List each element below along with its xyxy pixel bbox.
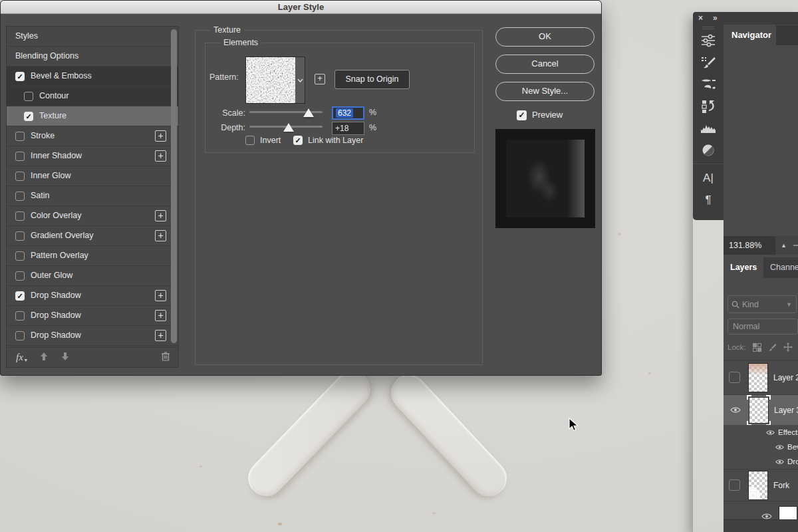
style-checkbox[interactable] bbox=[15, 152, 25, 161]
style-item-bevel-emboss[interactable]: ✓Bevel & Emboss bbox=[7, 66, 178, 86]
layer-thumbnail[interactable]: ▣ bbox=[748, 471, 768, 500]
style-checkbox[interactable]: ✓ bbox=[15, 72, 25, 81]
style-item-inner-glow[interactable]: Inner Glow bbox=[7, 166, 178, 186]
layer-thumbnail-selected[interactable] bbox=[749, 397, 769, 424]
effect-name[interactable]: Bevel & Emboss bbox=[787, 443, 798, 451]
add-effect-instance-button[interactable]: + bbox=[155, 130, 166, 142]
ok-button[interactable]: OK bbox=[495, 27, 595, 47]
style-item-stroke[interactable]: Stroke+ bbox=[7, 126, 178, 146]
effect-eye-icon[interactable] bbox=[775, 441, 784, 453]
pattern-dropdown-chevron[interactable] bbox=[295, 57, 305, 103]
layer-row-layer-3[interactable]: Layer 3 bbox=[724, 394, 798, 425]
lock-position-icon[interactable] bbox=[783, 342, 793, 352]
styles-scrollbar[interactable] bbox=[171, 29, 177, 343]
scrollbar-thumb[interactable] bbox=[171, 29, 177, 343]
layer-thumbnail[interactable] bbox=[748, 363, 768, 392]
visibility-eye-icon[interactable] bbox=[730, 404, 741, 416]
scale-value-input[interactable]: 632 bbox=[332, 106, 364, 120]
new-pattern-button[interactable]: + bbox=[315, 74, 325, 84]
style-checkbox[interactable] bbox=[15, 192, 25, 201]
preview-checkbox[interactable]: ✓ bbox=[517, 110, 527, 120]
depth-slider-thumb[interactable] bbox=[283, 123, 294, 132]
depth-value-input[interactable]: +18 bbox=[332, 122, 364, 135]
style-item-styles[interactable]: Styles bbox=[7, 27, 178, 47]
layer-row-fork[interactable]: ▣ Fork bbox=[724, 469, 798, 501]
add-effect-instance-button[interactable]: + bbox=[155, 230, 166, 241]
zoom-value-input[interactable]: 131.88% bbox=[724, 236, 775, 255]
scale-slider-thumb[interactable] bbox=[303, 108, 314, 117]
pattern-picker[interactable] bbox=[245, 57, 305, 104]
style-checkbox[interactable] bbox=[15, 132, 25, 141]
character-panel-icon[interactable]: A| bbox=[693, 167, 724, 189]
style-checkbox[interactable] bbox=[15, 172, 25, 181]
style-checkbox[interactable]: ✓ bbox=[15, 291, 25, 301]
style-item-outer-glow[interactable]: Outer Glow bbox=[7, 266, 178, 286]
visibility-checkbox[interactable] bbox=[729, 372, 740, 383]
effect-eye-icon[interactable] bbox=[766, 426, 775, 438]
histogram-icon[interactable] bbox=[693, 117, 724, 139]
tab-channels[interactable]: Channels bbox=[763, 257, 798, 278]
blend-mode-dropdown[interactable]: Normal bbox=[728, 319, 798, 334]
collapse-panels-icon[interactable]: » bbox=[713, 13, 717, 23]
style-checkbox[interactable] bbox=[15, 271, 25, 281]
style-checkbox[interactable] bbox=[24, 92, 33, 101]
effect-name[interactable]: Drop Shadow bbox=[787, 458, 798, 466]
link-with-layer-checkbox[interactable]: ✓ bbox=[293, 136, 303, 145]
style-item-texture[interactable]: ✓Texture bbox=[7, 106, 178, 126]
style-checkbox[interactable] bbox=[15, 311, 25, 321]
style-item-satin[interactable]: Satin bbox=[7, 186, 178, 206]
add-effect-instance-button[interactable]: + bbox=[155, 290, 166, 301]
visibility-checkbox[interactable] bbox=[729, 479, 740, 491]
add-effect-instance-button[interactable]: + bbox=[155, 210, 166, 221]
style-item-drop-shadow[interactable]: Drop Shadow+ bbox=[7, 306, 178, 326]
effects-row[interactable]: Effects bbox=[724, 425, 798, 440]
style-item-drop-shadow[interactable]: ✓Drop Shadow+ bbox=[7, 286, 178, 306]
add-effect-instance-button[interactable]: + bbox=[155, 150, 166, 162]
layer-row-layer-2[interactable]: Layer 2 bbox=[724, 360, 798, 394]
style-checkbox[interactable] bbox=[15, 231, 25, 241]
new-style-button[interactable]: New Style... bbox=[495, 82, 595, 101]
close-icon[interactable]: × bbox=[698, 13, 703, 23]
snap-to-origin-button[interactable]: Snap to Origin bbox=[334, 70, 410, 89]
scale-slider[interactable] bbox=[249, 111, 323, 113]
zoom-slider[interactable] bbox=[793, 245, 798, 246]
tab-navigator[interactable]: Navigator bbox=[732, 30, 771, 40]
add-effect-instance-button[interactable]: + bbox=[155, 330, 166, 341]
style-item-blending-options[interactable]: Blending Options bbox=[7, 47, 178, 66]
delete-effect-button[interactable] bbox=[161, 351, 170, 364]
info-icon[interactable] bbox=[693, 139, 724, 161]
effect-eye-icon[interactable] bbox=[775, 456, 784, 467]
brush-settings-icon[interactable] bbox=[693, 51, 724, 73]
style-item-contour[interactable]: Contour bbox=[7, 86, 178, 106]
style-item-drop-shadow[interactable]: Drop Shadow+ bbox=[7, 326, 178, 346]
filter-kind-dropdown[interactable]: Kind ▼ bbox=[728, 295, 797, 313]
style-item-gradient-overlay[interactable]: Gradient Overlay+ bbox=[7, 226, 178, 246]
style-item-pattern-overlay[interactable]: Pattern Overlay bbox=[7, 246, 178, 266]
invert-checkbox[interactable] bbox=[245, 136, 255, 145]
effect-drop-shadow-row[interactable]: Drop Shadow bbox=[724, 454, 798, 469]
layer-name[interactable]: Layer 2 bbox=[773, 373, 798, 382]
style-checkbox[interactable] bbox=[15, 331, 25, 340]
zoom-out-icon[interactable]: ▲ bbox=[781, 242, 787, 249]
style-checkbox[interactable]: ✓ bbox=[24, 112, 33, 121]
move-effect-up-button[interactable] bbox=[39, 352, 49, 364]
depth-slider[interactable] bbox=[249, 126, 323, 128]
style-checkbox[interactable] bbox=[15, 211, 25, 221]
dialog-titlebar[interactable]: Layer Style bbox=[1, 1, 601, 14]
style-item-inner-shadow[interactable]: Inner Shadow+ bbox=[7, 146, 178, 166]
brushes-icon[interactable] bbox=[693, 73, 724, 95]
paragraph-panel-icon[interactable]: ¶ bbox=[693, 189, 724, 211]
layer-name[interactable]: Layer 3 bbox=[774, 406, 798, 415]
effect-bevel-row[interactable]: Bevel & Emboss bbox=[724, 440, 798, 454]
cancel-button[interactable]: Cancel bbox=[495, 55, 595, 74]
fx-button[interactable]: fx bbox=[16, 352, 23, 363]
layer-name[interactable]: Fork bbox=[773, 481, 789, 490]
add-effect-instance-button[interactable]: + bbox=[155, 310, 166, 321]
clone-source-icon[interactable] bbox=[693, 95, 724, 117]
style-item-color-overlay[interactable]: Color Overlay+ bbox=[7, 206, 178, 226]
lock-paint-icon[interactable] bbox=[768, 343, 777, 352]
lock-transparency-icon[interactable] bbox=[753, 343, 761, 352]
move-effect-down-button[interactable] bbox=[61, 352, 70, 364]
style-checkbox[interactable] bbox=[15, 251, 25, 261]
effects-label[interactable]: Effects bbox=[778, 428, 798, 436]
